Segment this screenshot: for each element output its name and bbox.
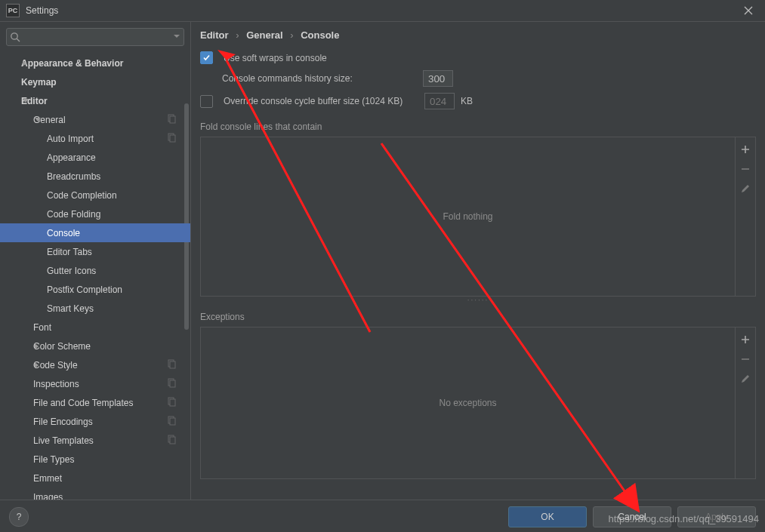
search-history-icon[interactable]: [174, 35, 180, 38]
fold-section-title: Fold console lines that contain: [191, 112, 765, 137]
svg-rect-13: [170, 418, 175, 425]
svg-rect-5: [170, 135, 175, 142]
fold-toolbar: [735, 137, 755, 296]
tree-item-general[interactable]: General: [0, 110, 190, 129]
minus-icon: [740, 164, 751, 174]
fold-list-panel: Fold nothing: [200, 137, 756, 297]
chevron-right-icon[interactable]: [35, 343, 39, 349]
close-button[interactable]: [738, 0, 759, 21]
pencil-icon: [740, 374, 751, 384]
tree-item-inspections[interactable]: Inspections: [0, 374, 190, 393]
tree-item-code-style[interactable]: Code Style: [0, 355, 190, 374]
chevron-down-icon[interactable]: [35, 118, 41, 121]
tree-item-label: File and Code Templates: [33, 398, 134, 408]
tree-item-label: Appearance: [47, 152, 96, 163]
tree-item-live-templates[interactable]: Live Templates: [0, 431, 190, 450]
ok-button[interactable]: OK: [508, 506, 587, 527]
tree-item-label: Code Completion: [47, 190, 117, 201]
tree-item-label: Font: [33, 322, 51, 333]
override-buffer-suffix: KB: [461, 96, 473, 106]
settings-tree[interactable]: Appearance & BehaviorKeymapEditorGeneral…: [0, 51, 190, 500]
tree-item-console[interactable]: Console: [0, 223, 190, 242]
tree-item-emmet[interactable]: Emmet: [0, 469, 190, 487]
chevron-down-icon[interactable]: [23, 99, 29, 103]
content-pane: Editor › General › Console Use soft wrap…: [191, 22, 765, 500]
remove-button[interactable]: [739, 163, 751, 175]
tree-item-appearance[interactable]: Appearance: [0, 148, 190, 167]
tree-item-breadcrumbs[interactable]: Breadcrumbs: [0, 167, 190, 186]
tree-item-code-completion[interactable]: Code Completion: [0, 186, 190, 204]
tree-item-file-and-code-templates[interactable]: File and Code Templates: [0, 393, 190, 412]
tree-item-label: Auto Import: [47, 134, 94, 144]
tree-item-postfix-completion[interactable]: Postfix Completion: [0, 280, 190, 299]
breadcrumb-part[interactable]: Console: [301, 29, 339, 41]
drag-handle[interactable]: ······: [191, 297, 765, 303]
edit-button[interactable]: [739, 373, 751, 385]
plus-icon: [740, 334, 751, 345]
app-icon: PC: [6, 4, 20, 17]
help-button[interactable]: ?: [9, 507, 29, 527]
tree-item-label: File Encodings: [33, 417, 93, 427]
svg-line-1: [17, 38, 20, 42]
tree-item-label: Console: [47, 228, 80, 238]
tree-item-gutter-icons[interactable]: Gutter Icons: [0, 261, 190, 280]
breadcrumb-part[interactable]: General: [246, 29, 282, 41]
tree-item-file-types[interactable]: File Types: [0, 450, 190, 469]
tree-item-label: Smart Keys: [47, 303, 94, 314]
copy-icon: [166, 378, 177, 389]
copy-icon: [166, 133, 177, 143]
check-icon: [202, 54, 211, 62]
apply-button[interactable]: Apply: [677, 506, 756, 527]
titlebar: PC Settings: [0, 0, 765, 22]
dialog-footer: ? OK Cancel Apply: [0, 500, 765, 532]
tree-item-label: Postfix Completion: [47, 284, 122, 295]
tree-item-label: Inspections: [33, 379, 79, 389]
history-size-input[interactable]: [423, 70, 453, 87]
breadcrumb: Editor › General › Console: [191, 29, 765, 48]
tree-item-editor[interactable]: Editor: [0, 91, 190, 110]
soft-wraps-label: Use soft wraps in console: [224, 53, 327, 63]
tree-item-font[interactable]: Font: [0, 318, 190, 337]
svg-point-0: [11, 33, 17, 39]
svg-rect-9: [170, 380, 175, 387]
tree-item-appearance-behavior[interactable]: Appearance & Behavior: [0, 54, 190, 72]
cancel-button[interactable]: Cancel: [593, 506, 671, 527]
add-button[interactable]: [739, 143, 751, 155]
add-button[interactable]: [739, 334, 751, 346]
tree-item-keymap[interactable]: Keymap: [0, 72, 190, 91]
tree-item-auto-import[interactable]: Auto Import: [0, 129, 190, 148]
override-buffer-checkbox[interactable]: [200, 95, 213, 108]
fold-empty-text: Fold nothing: [201, 137, 735, 296]
breadcrumb-part[interactable]: Editor: [200, 29, 229, 41]
tree-item-label: Appearance & Behavior: [21, 58, 123, 69]
tree-item-label: Images: [33, 492, 63, 500]
tree-item-label: Color Scheme: [33, 341, 91, 352]
tree-item-color-scheme[interactable]: Color Scheme: [0, 337, 190, 355]
tree-item-file-encodings[interactable]: File Encodings: [0, 412, 190, 431]
tree-item-label: Editor Tabs: [47, 247, 92, 257]
tree-item-label: Code Style: [33, 360, 78, 371]
remove-button[interactable]: [739, 353, 751, 365]
override-buffer-input: [424, 93, 455, 109]
tree-item-label: File Types: [33, 454, 74, 465]
chevron-right-icon: ›: [290, 29, 293, 41]
tree-item-label: Gutter Icons: [47, 266, 96, 276]
tree-item-code-folding[interactable]: Code Folding: [0, 204, 190, 223]
tree-item-smart-keys[interactable]: Smart Keys: [0, 299, 190, 318]
exceptions-empty-text: No exceptions: [201, 328, 735, 478]
history-size-label: Console commands history size:: [222, 73, 417, 84]
edit-button[interactable]: [739, 183, 751, 195]
search-input[interactable]: [6, 28, 184, 46]
tree-item-label: Emmet: [33, 473, 62, 484]
plus-icon: [740, 144, 751, 155]
exceptions-toolbar: [735, 328, 755, 478]
tree-item-editor-tabs[interactable]: Editor Tabs: [0, 242, 190, 261]
chevron-right-icon[interactable]: [35, 362, 39, 368]
search-field[interactable]: [6, 28, 184, 46]
override-buffer-label: Override console cycle buffer size (1024…: [224, 96, 418, 106]
chevron-right-icon[interactable]: [23, 60, 26, 66]
window-title: Settings: [26, 5, 738, 16]
tree-item-images[interactable]: Images: [0, 487, 190, 500]
soft-wraps-checkbox[interactable]: [200, 51, 213, 64]
tree-item-label: Code Folding: [47, 209, 100, 220]
